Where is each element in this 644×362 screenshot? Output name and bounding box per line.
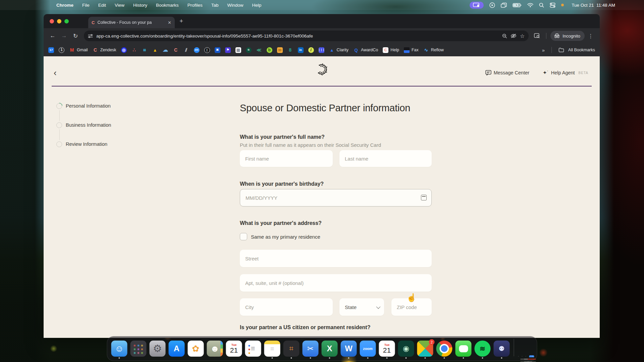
dock-finder[interactable]: ☺ (111, 341, 127, 358)
reload-button[interactable]: ↻ (70, 31, 80, 41)
bookmark-slack[interactable]: ⌗ (142, 47, 148, 53)
dock-notes[interactable]: ≡ (264, 341, 280, 358)
menu-item-profiles[interactable]: Profiles (187, 3, 203, 8)
menu-app-name[interactable]: Chrome (56, 3, 73, 8)
site-settings-icon[interactable] (88, 34, 93, 38)
bookmark-brex[interactable]: b (267, 47, 272, 53)
menu-clock[interactable]: Tue Oct 21 11:48 AM (572, 3, 615, 8)
birthday-input[interactable] (240, 189, 432, 206)
bookmark-flag[interactable]: ⚑ (225, 47, 231, 53)
menu-item-file[interactable]: File (82, 3, 90, 8)
bookmark-fax[interactable]: Fax (404, 47, 419, 53)
bookmark-salesforce[interactable]: ☁ (163, 47, 168, 53)
bookmark-star-icon[interactable]: ☆ (520, 33, 525, 39)
stepper-step-1[interactable]: Personal Information (56, 103, 111, 109)
same-residence-checkbox[interactable] (240, 233, 247, 240)
bookmark-ramp[interactable]: }}} (277, 47, 283, 53)
screen-share-status-icon[interactable] (470, 2, 484, 9)
wifi-icon[interactable] (527, 3, 533, 7)
bookmark-x-app[interactable]: ✖ (215, 47, 220, 53)
dock-spotify[interactable]: ≋ (475, 341, 491, 358)
dock-fantastical[interactable]: Tue21 (379, 341, 395, 358)
zoom-window-button[interactable] (64, 19, 69, 23)
bookmark-collective[interactable]: C (173, 47, 179, 53)
bookmark-slashes[interactable]: ⫽ (183, 47, 189, 53)
spotlight-search-icon[interactable] (539, 3, 544, 8)
bookmark-ring[interactable]: | (204, 47, 210, 53)
bookmark-gcal[interactable]: 17 (48, 47, 54, 53)
dock-meet[interactable]: ◉ (398, 341, 414, 358)
bookmark-one-circle[interactable]: 1 (59, 47, 64, 53)
bookmark-linkedin[interactable]: in (298, 47, 304, 53)
bookmark-basil[interactable]: B (246, 47, 252, 53)
dock-window-thumb-1[interactable] (518, 356, 519, 358)
bookmark-zoom[interactable]: zm (194, 47, 200, 53)
incognito-badge[interactable]: Incognito (550, 31, 585, 41)
dock-window-thumb-2[interactable] (522, 356, 523, 358)
battery-charging-icon[interactable] (513, 3, 522, 7)
dock-photos[interactable]: ✿ (188, 341, 204, 358)
calendar-icon[interactable] (421, 195, 427, 200)
bookmark-clarity[interactable]: ▲Clarity (329, 47, 348, 53)
control-center-icon[interactable] (550, 3, 555, 8)
last-name-input[interactable] (339, 150, 432, 167)
password-eye-off-icon[interactable] (511, 34, 517, 38)
new-tab-button[interactable]: + (179, 17, 183, 25)
menu-item-tab[interactable]: Tab (211, 3, 219, 8)
dock-calendar[interactable]: Tue21 (226, 341, 242, 358)
bookmark-lime[interactable]: / (308, 47, 314, 53)
menu-item-bookmarks[interactable]: Bookmarks (156, 3, 179, 8)
bookmark-dial[interactable]: ◎ (121, 47, 127, 53)
bookmark-book-fan[interactable]: ≪ (256, 47, 262, 53)
dock-zoom[interactable]: zoom (360, 341, 376, 358)
bookmark-eight[interactable]: 8 (287, 47, 293, 53)
dock-reminders[interactable]: ≡ (245, 341, 261, 358)
bookmark-drive[interactable]: ▲ (152, 47, 158, 53)
dock-word[interactable]: W (341, 341, 357, 358)
bookmark-grid-doc[interactable]: ▦ (235, 47, 241, 53)
first-name-input[interactable] (240, 150, 333, 167)
bookmark-barcode[interactable]: ❘❘❘ (319, 47, 324, 53)
stepper-step-3[interactable]: Review Information (56, 141, 111, 147)
dock-excel[interactable]: X (322, 341, 338, 358)
close-window-button[interactable] (50, 19, 54, 23)
stage-manager-icon[interactable] (501, 3, 507, 8)
close-tab-icon[interactable]: ✕ (168, 20, 171, 25)
dock-window-thumb-3[interactable] (526, 356, 526, 358)
dock-calculator[interactable]: ⌗ (283, 341, 300, 358)
state-select[interactable]: State (339, 298, 384, 316)
all-bookmarks-folder-icon[interactable] (558, 48, 564, 52)
bookmark-zendesk[interactable]: CZendesk (93, 47, 116, 53)
menu-item-view[interactable]: View (115, 3, 124, 8)
menu-item-help[interactable]: Help (252, 3, 261, 8)
dock-github[interactable]: ⚉ (494, 341, 510, 358)
street-input[interactable] (240, 250, 432, 267)
forward-button[interactable]: → (59, 31, 69, 41)
back-button[interactable]: ← (48, 31, 58, 41)
minimize-window-button[interactable] (57, 19, 61, 23)
address-bar[interactable]: app-ca.eng-collective.com/onboarding/ent… (84, 31, 529, 41)
dock-contacts[interactable]: ☻ (207, 341, 223, 358)
bookmark-asana[interactable]: ∴ (131, 47, 137, 53)
message-center-link[interactable]: Message Center (485, 70, 529, 75)
bookmark-gmail[interactable]: MGmail (69, 47, 88, 53)
zoom-page-icon[interactable] (502, 34, 507, 39)
page-back-button[interactable]: ‹ (54, 68, 57, 77)
play-status-icon[interactable] (489, 2, 495, 8)
city-input[interactable] (240, 298, 333, 316)
dock-launchpad[interactable] (130, 341, 147, 358)
dock-mosaic[interactable]: 2 (417, 341, 433, 358)
all-bookmarks-label[interactable]: All Bookmarks (568, 48, 595, 52)
dock-snip[interactable]: ✂ (303, 341, 319, 358)
menu-item-history[interactable]: History (133, 3, 147, 8)
browser-menu-icon[interactable]: ⋮ (586, 33, 596, 39)
dock-chrome[interactable] (436, 341, 452, 358)
bookmark-help-doc[interactable]: CHelp (383, 47, 399, 53)
browser-tab[interactable]: C Collective - Focus on your pa ✕ (88, 17, 175, 28)
dock-settings[interactable]: ⚙ (150, 341, 166, 358)
bookmarks-overflow-icon[interactable]: » (542, 47, 545, 53)
menu-item-window[interactable]: Window (227, 3, 243, 8)
bookmark-awardco[interactable]: QAwardCo (353, 47, 378, 53)
dock-messages[interactable] (455, 341, 472, 358)
menu-item-edit[interactable]: Edit (98, 3, 106, 8)
